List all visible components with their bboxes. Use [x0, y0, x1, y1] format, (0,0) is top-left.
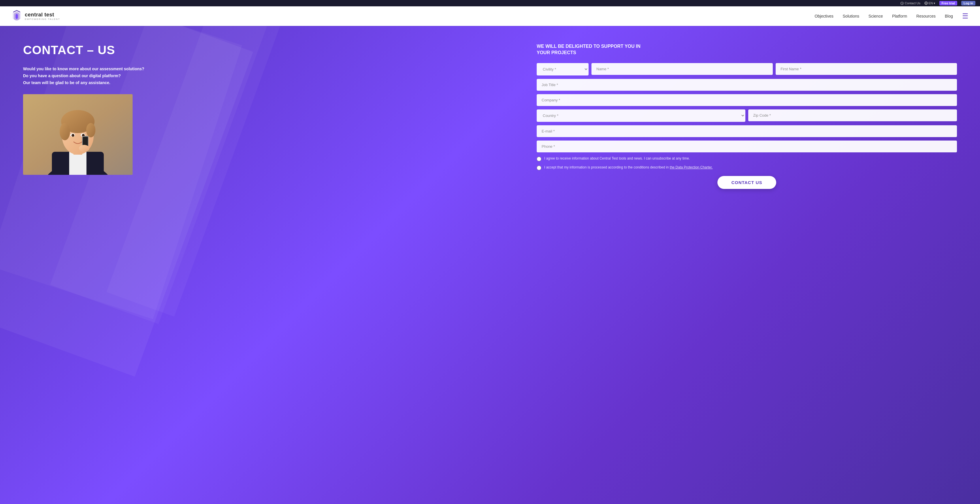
- topbar-free-trial[interactable]: Free trial: [939, 1, 957, 5]
- phone-input[interactable]: [537, 141, 957, 152]
- zip-wrap: [748, 109, 957, 122]
- topbar-contact-link[interactable]: Contact Us: [900, 2, 920, 5]
- hero-right: WE WILL BE DELIGHTED TO SUPPORT YOU IN Y…: [537, 43, 957, 189]
- nav-platform[interactable]: Platform: [892, 14, 907, 18]
- submit-button[interactable]: CONTACT US: [718, 176, 776, 189]
- hero-section: CONTACT – US Would you like to know more…: [0, 26, 980, 504]
- firstname-input[interactable]: [776, 63, 957, 75]
- nav-links: Objectives Solutions Science Platform Re…: [815, 12, 969, 20]
- hero-description: Would you like to know more about our as…: [23, 66, 519, 86]
- hero-desc-line3: Our team will be glad to be of any assis…: [23, 79, 519, 86]
- navbar: central test EMPOWERING TALENT Objective…: [0, 6, 980, 26]
- hamburger-icon[interactable]: ☰: [962, 12, 969, 20]
- company-input[interactable]: [537, 94, 957, 106]
- hero-title: CONTACT – US: [23, 43, 519, 57]
- logo[interactable]: central test EMPOWERING TALENT: [11, 10, 60, 22]
- zip-input[interactable]: [748, 109, 957, 121]
- topbar-lang-arrow: ▾: [934, 2, 935, 5]
- nav-objectives[interactable]: Objectives: [815, 14, 833, 18]
- svg-point-16: [83, 135, 84, 136]
- topbar-language[interactable]: EN ▾: [924, 2, 935, 5]
- form-title: WE WILL BE DELIGHTED TO SUPPORT YOU IN Y…: [537, 43, 957, 56]
- job-title-input[interactable]: [537, 79, 957, 91]
- nav-science[interactable]: Science: [869, 14, 883, 18]
- country-select[interactable]: Country *FranceUnited KingdomUnited Stat…: [537, 109, 745, 122]
- hero-left: CONTACT – US Would you like to know more…: [23, 43, 537, 175]
- email-input[interactable]: [537, 125, 957, 137]
- nav-solutions[interactable]: Solutions: [843, 14, 859, 18]
- check2-radio[interactable]: [537, 166, 541, 170]
- hero-desc-line1: Would you like to know more about our as…: [23, 66, 519, 73]
- civility-select[interactable]: Civility *Mr.Ms.Dr.: [537, 63, 589, 76]
- nav-blog[interactable]: Blog: [945, 14, 953, 18]
- logo-main-text: central test: [25, 12, 60, 18]
- form-check-2: I accept that my information is processe…: [537, 165, 957, 170]
- hero-person-image: [23, 94, 133, 175]
- check1-radio[interactable]: [537, 157, 541, 161]
- svg-point-10: [86, 123, 95, 137]
- check1-label: I agree to receive information about Cen…: [544, 156, 690, 161]
- firstname-wrap: [776, 63, 957, 76]
- svg-rect-18: [83, 137, 88, 146]
- form-row-2: [537, 79, 957, 91]
- form-row-4: Country *FranceUnited KingdomUnited Stat…: [537, 109, 957, 122]
- topbar-lang-label: EN: [928, 2, 933, 5]
- form-row-1: Civility *Mr.Ms.Dr.: [537, 63, 957, 76]
- svg-point-9: [60, 123, 70, 140]
- logo-sub-text: EMPOWERING TALENT: [25, 18, 60, 21]
- country-wrap: Country *FranceUnited KingdomUnited Stat…: [537, 109, 745, 122]
- form-check-1: I agree to receive information about Cen…: [537, 156, 957, 161]
- nav-resources[interactable]: Resources: [916, 14, 935, 18]
- form-row-5: [537, 125, 957, 137]
- form-row-6: [537, 141, 957, 152]
- svg-point-15: [73, 135, 74, 136]
- data-protection-link[interactable]: the Data Protection Charter.: [670, 165, 713, 170]
- hero-desc-line2: Do you have a question about our digital…: [23, 73, 519, 79]
- name-input[interactable]: [592, 63, 773, 75]
- contact-form: WE WILL BE DELIGHTED TO SUPPORT YOU IN Y…: [537, 43, 957, 189]
- svg-point-19: [79, 145, 89, 152]
- topbar-login[interactable]: Log in: [961, 1, 975, 5]
- name-wrap: [592, 63, 773, 76]
- topbar: Contact Us EN ▾ Free trial Log in: [0, 0, 980, 6]
- check2-label: I accept that my information is processe…: [544, 165, 713, 170]
- civility-wrap: Civility *Mr.Ms.Dr.: [537, 63, 589, 76]
- topbar-contact-label: Contact Us: [905, 2, 920, 5]
- form-row-3: [537, 94, 957, 106]
- svg-rect-5: [69, 152, 86, 175]
